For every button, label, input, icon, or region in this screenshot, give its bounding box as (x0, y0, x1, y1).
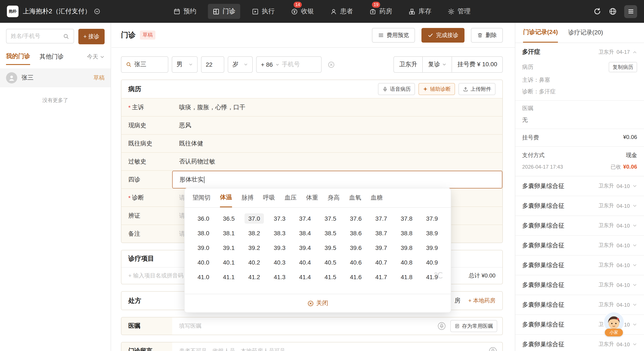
patient-name-input[interactable]: 张三 (121, 56, 168, 73)
hamburger-menu-button[interactable] (624, 5, 637, 18)
tab-other-clinic[interactable]: 其他门诊 (40, 49, 64, 65)
voice-record-button[interactable]: 语音病历 (378, 83, 415, 95)
advice-mic-icon[interactable] (437, 322, 446, 330)
visit-record-row[interactable]: 多囊卵巢综合征卫东升04-10 (515, 256, 644, 275)
vital-value[interactable]: 41.1 (216, 270, 242, 284)
vital-value[interactable]: 41.2 (242, 270, 267, 284)
vitals-tab-blood-pressure[interactable]: 血压 (284, 188, 296, 207)
chief-complaint-input[interactable]: 咳痰，腹胀，心悸，口干 (172, 98, 502, 116)
visit-record-row[interactable]: 多囊卵巢综合征卫东升04-10 (515, 196, 644, 216)
vital-value[interactable]: 36.5 (216, 211, 242, 226)
upload-attachment-button[interactable]: 上传附件 (458, 83, 496, 95)
vital-value[interactable]: 41.6 (343, 270, 368, 284)
clinic-message-input[interactable]: 患者不可见，收银人员、本地药房人员可见 (179, 347, 286, 351)
age-input[interactable]: 22 (201, 56, 224, 73)
vital-value[interactable]: 41.5 (318, 270, 343, 284)
vital-value[interactable]: 40.9 (419, 255, 445, 270)
present-illness-input[interactable]: 恶风 (172, 117, 502, 134)
vital-value[interactable]: 37.7 (368, 211, 394, 226)
registration-fee[interactable]: 挂号费 ¥ 10.00 (452, 57, 502, 72)
visit-record-row[interactable]: 多囊卵巢综合征卫东升04-10 (515, 335, 644, 351)
vital-value[interactable]: 38.5 (318, 226, 343, 240)
vital-value[interactable]: 39.9 (419, 240, 445, 255)
nav-execute[interactable]: 执行 (247, 4, 280, 19)
vital-value[interactable]: 40.4 (292, 255, 318, 270)
add-local-pharmacy-button[interactable]: + 本地药房 (468, 297, 496, 305)
vital-value[interactable]: 37.8 (394, 211, 419, 226)
visit-type-select[interactable]: 复诊 (422, 57, 452, 72)
nav-appointment[interactable]: 预约 (169, 4, 201, 19)
clear-patient-icon[interactable] (328, 61, 335, 68)
vitals-tab-blood-oxygen[interactable]: 血氧 (349, 188, 361, 207)
vital-value[interactable]: 39.3 (267, 240, 292, 255)
nav-cashier[interactable]: 14 收银 (286, 4, 318, 19)
tab-treatment-records[interactable]: 诊疗记录(20) (568, 23, 603, 42)
gender-select[interactable]: 男 (172, 56, 198, 73)
vital-value[interactable]: 37.3 (267, 211, 292, 226)
assist-diagnosis-button[interactable]: 辅助诊断 (418, 83, 455, 95)
nav-pharmacy[interactable]: 19 药房 (364, 4, 397, 19)
vital-value[interactable]: 40.8 (394, 255, 419, 270)
vital-value[interactable]: 40.1 (216, 255, 242, 270)
close-popup-button[interactable]: 关闭 (185, 294, 451, 312)
vital-value[interactable]: 38.3 (267, 226, 292, 240)
vital-value[interactable]: 40.0 (191, 255, 216, 270)
advice-input[interactable]: 填写医嘱 (179, 322, 202, 330)
vital-value[interactable]: 39.6 (343, 240, 368, 255)
four-exams-input[interactable]: 形体壮实 (172, 171, 502, 188)
vital-value[interactable]: 38.4 (292, 226, 318, 240)
vital-value[interactable]: 37.0 (242, 211, 267, 226)
vital-value[interactable]: 38.7 (368, 226, 394, 240)
visit-record-row[interactable]: 多囊卵巢综合征卫东升04-10 (515, 236, 644, 256)
vital-value[interactable]: 37.6 (343, 211, 368, 226)
date-filter[interactable]: 今天 (87, 49, 104, 65)
chevron-up-icon[interactable] (632, 50, 637, 54)
vitals-tab-breath[interactable]: 呼吸 (263, 188, 275, 207)
vital-value[interactable]: 39.7 (368, 240, 394, 255)
vitals-tab-height[interactable]: 身高 (328, 188, 340, 207)
vital-value[interactable]: 37.9 (419, 211, 445, 226)
vital-value[interactable]: 40.6 (343, 255, 368, 270)
vital-value[interactable]: 38.6 (343, 226, 368, 240)
vitals-tab-wangwenqie[interactable]: 望闻切 (192, 188, 210, 207)
receive-patient-button[interactable]: + 接诊 (78, 29, 104, 44)
past-history-input[interactable]: 既往体健 (172, 135, 502, 152)
vital-value[interactable]: 41.8 (394, 270, 419, 284)
save-common-advice-button[interactable]: 存为常用医嘱 (450, 320, 497, 332)
vitals-tab-weight[interactable]: 体重 (306, 188, 318, 207)
treatment-search-input[interactable]: + 输入项目名或拼音码 (128, 272, 184, 280)
complete-visit-button[interactable]: 完成接诊 (422, 28, 464, 42)
message-mic-icon[interactable] (488, 347, 497, 351)
allergy-input[interactable]: 否认药物过敏 (172, 153, 502, 170)
clinic-switcher[interactable]: 上海抱朴2（汇付支付） (23, 7, 100, 15)
refresh-icon[interactable] (593, 7, 602, 15)
visit-record-row[interactable]: 多囊卵巢综合征卫东升04-10 (515, 275, 644, 295)
vital-value[interactable]: 40.2 (242, 255, 267, 270)
vital-value[interactable]: 41.7 (368, 270, 394, 284)
globe-icon[interactable] (609, 7, 617, 15)
phone-input[interactable]: + 86 手机号 (256, 56, 322, 73)
tab-visit-records[interactable]: 门诊记录(24) (523, 23, 558, 42)
delete-button[interactable]: 删除 (471, 28, 503, 42)
fee-preview-button[interactable]: 费用预览 (372, 28, 415, 42)
visit-record-row[interactable]: 多囊卵巢综合征卫东升04-10 (515, 176, 644, 196)
vitals-tab-pulse[interactable]: 脉搏 (242, 188, 254, 207)
nav-clinic[interactable]: 门诊 (208, 4, 240, 19)
patient-list-item[interactable]: 张三 草稿 (0, 68, 111, 87)
age-unit-select[interactable]: 岁 (228, 56, 253, 73)
vital-value[interactable]: 38.8 (394, 226, 419, 240)
nav-patients[interactable]: 患者 (326, 4, 358, 19)
vital-value[interactable]: 37.4 (292, 211, 318, 226)
vital-value[interactable]: 38.9 (419, 226, 445, 240)
vital-value[interactable]: 40.5 (318, 255, 343, 270)
vital-value[interactable]: 39.2 (242, 240, 267, 255)
assistant-widget[interactable]: 小家 (603, 312, 625, 336)
vital-value[interactable]: 39.1 (216, 240, 242, 255)
vital-value[interactable]: 41.0 (191, 270, 216, 284)
vital-value[interactable]: 39.4 (292, 240, 318, 255)
vital-value[interactable]: 36.0 (191, 211, 216, 226)
doctor-select[interactable]: 卫东升 (394, 57, 422, 72)
vital-value[interactable]: 40.3 (267, 255, 292, 270)
patient-search-input[interactable]: 姓名/手机号 (6, 29, 74, 43)
vital-value[interactable]: 41.4 (292, 270, 318, 284)
